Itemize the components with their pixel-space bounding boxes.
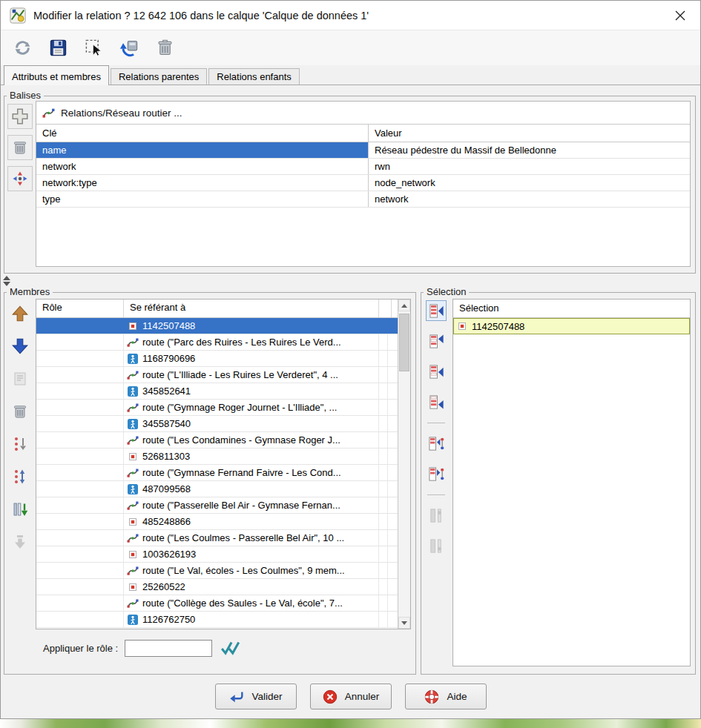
member-row[interactable]: 1126762750 — [36, 612, 398, 628]
member-role-cell — [36, 481, 124, 497]
member-row[interactable]: 485248866 — [36, 514, 398, 530]
tags-column-key[interactable]: Clé — [36, 125, 368, 142]
member-row[interactable]: route ("Les Coulmes - Passerelle Bel Air… — [36, 530, 398, 546]
member-row[interactable]: 1003626193 — [36, 546, 398, 563]
tags-rows: name Réseau pédestre du Massif de Belled… — [36, 142, 690, 208]
member-ref-text: 1142507488 — [142, 320, 195, 331]
tags-column-value[interactable]: Valeur — [368, 125, 690, 142]
member-ref-cell: route ("Le Val, écoles - Les Coulmes", 9… — [124, 563, 379, 578]
member-spacer1 — [379, 416, 388, 431]
member-spacer2 — [388, 579, 398, 595]
cancel-button[interactable]: Annuler — [310, 684, 392, 709]
member-row[interactable]: route ("Gymnase Fernand Faivre - Les Con… — [36, 465, 398, 481]
member-spacer2 — [388, 530, 398, 546]
selection-ref-text: 1142507488 — [472, 321, 524, 332]
select-members-in-map-button[interactable] — [426, 433, 447, 454]
scrollbar-thumb[interactable] — [399, 314, 409, 371]
tag-row[interactable]: network:type node_network — [36, 175, 690, 191]
member-ref-text: route ("Gymnase Fernand Faivre - Les Con… — [142, 467, 341, 478]
splitter-handle[interactable] — [3, 276, 10, 286]
tab-bar: Attributs et membres Relations parentes … — [1, 65, 700, 85]
member-ref-text: 1168790696 — [142, 353, 195, 364]
move-down-button[interactable] — [8, 334, 32, 358]
member-row[interactable]: route ("Gymnage Roger Journet - L'Illiad… — [36, 400, 398, 416]
paste-tags-button[interactable] — [7, 166, 33, 191]
member-type-icon — [127, 549, 139, 560]
tag-row[interactable]: name Réseau pédestre du Massif de Belled… — [36, 142, 690, 159]
download-members-button[interactable] — [115, 34, 143, 62]
member-row[interactable]: 1142507488 — [36, 318, 398, 334]
ok-button-label: Valider — [251, 691, 282, 702]
tag-row[interactable]: type network — [36, 191, 690, 208]
members-column-role[interactable]: Rôle — [36, 300, 124, 317]
tags-group-label: Balises — [7, 90, 44, 101]
sort-below-button[interactable] — [8, 432, 32, 456]
apply-role-button[interactable] — [219, 638, 243, 658]
selection-group-label: Sélection — [424, 286, 469, 297]
refresh-button[interactable] — [8, 34, 36, 62]
member-ref-cell: route ("Gymnase Fernand Faivre - Les Con… — [124, 465, 379, 480]
window-title: Modifier la relation ? 12 642 106 dans l… — [33, 10, 369, 21]
scroll-up-button[interactable] — [398, 300, 410, 311]
members-column-ref[interactable]: Se référant à — [124, 300, 379, 317]
selection-row[interactable]: 1142507488 — [453, 318, 690, 334]
tag-key-cell: network:type — [36, 175, 368, 191]
ok-button[interactable]: Valider — [215, 684, 297, 709]
scroll-down-button[interactable] — [398, 617, 410, 629]
member-row[interactable]: 487099568 — [36, 481, 398, 497]
selection-toolbar — [424, 300, 448, 566]
member-row[interactable]: route ("Collège des Saules - Le Val, éco… — [36, 595, 398, 612]
tab-attributes-members[interactable]: Attributs et membres — [4, 65, 109, 85]
replace-members-with-selection-button[interactable] — [426, 300, 447, 321]
member-ref-text: 1126762750 — [142, 614, 195, 625]
help-button[interactable]: Aide — [405, 684, 487, 709]
refresh-icon — [13, 38, 33, 58]
add-selection-at-end-button[interactable] — [426, 391, 447, 412]
member-ref-text: 485248866 — [142, 516, 191, 527]
tab-child-relations[interactable]: Relations enfants — [208, 68, 299, 85]
member-row[interactable]: route ("L'Illiade - Les Ruires Le Verder… — [36, 367, 398, 383]
members-header-row: Rôle Se référant à — [36, 300, 398, 318]
select-members-button[interactable] — [79, 34, 108, 62]
member-row[interactable]: route ("Passerelle Bel Air - Gymnase Fer… — [36, 497, 398, 514]
edit-icon — [11, 370, 29, 388]
download-selected-members-button[interactable] — [426, 505, 447, 526]
remove-member-button[interactable] — [8, 400, 32, 423]
sort-members-button[interactable] — [8, 465, 32, 489]
member-role-cell — [36, 351, 124, 366]
member-row[interactable]: 25260522 — [36, 579, 398, 595]
member-row[interactable]: 1168790696 — [36, 351, 398, 367]
edit-member-button[interactable] — [8, 367, 32, 391]
role-input[interactable] — [125, 640, 212, 657]
delete-relation-button[interactable] — [151, 34, 179, 62]
add-tag-button[interactable] — [7, 104, 33, 129]
member-spacer2 — [388, 481, 398, 497]
add-selection-at-start-button[interactable] — [426, 331, 447, 351]
reverse-order-button[interactable] — [8, 497, 32, 521]
selection-column-header[interactable]: Sélection — [453, 300, 690, 318]
add-selection-before-button[interactable] — [426, 361, 447, 382]
save-button[interactable] — [44, 34, 72, 62]
member-ref-text: 526811303 — [142, 451, 190, 462]
member-row[interactable]: 526811303 — [36, 449, 398, 465]
members-scrollbar[interactable] — [398, 300, 410, 629]
close-button[interactable] — [669, 4, 691, 27]
delete-tag-button[interactable] — [7, 135, 33, 160]
tab-parent-relations[interactable]: Relations parentes — [111, 68, 207, 85]
tag-row[interactable]: network rwn — [36, 159, 690, 175]
member-row[interactable]: 345852641 — [36, 383, 398, 400]
member-row[interactable]: route ("Parc des Ruires - Les Ruires Le … — [36, 334, 398, 351]
download-incomplete-members-button[interactable] — [426, 535, 447, 556]
scroll-down-icon — [401, 621, 407, 625]
arrow-bottom-icon — [11, 533, 29, 551]
member-ref-cell: 485248866 — [124, 514, 379, 529]
member-type-icon — [127, 451, 139, 462]
member-type-icon — [127, 533, 139, 543]
member-row[interactable]: 345587540 — [36, 416, 398, 432]
relation-icon — [42, 107, 55, 119]
move-bottom-button[interactable] — [8, 530, 32, 554]
select-objects-of-members-button[interactable] — [426, 463, 447, 484]
member-row[interactable]: route ("Le Val, écoles - Les Coulmes", 9… — [36, 563, 398, 579]
member-row[interactable]: route ("Les Condamines - Gymnase Roger J… — [36, 432, 398, 449]
move-up-button[interactable] — [8, 302, 32, 325]
